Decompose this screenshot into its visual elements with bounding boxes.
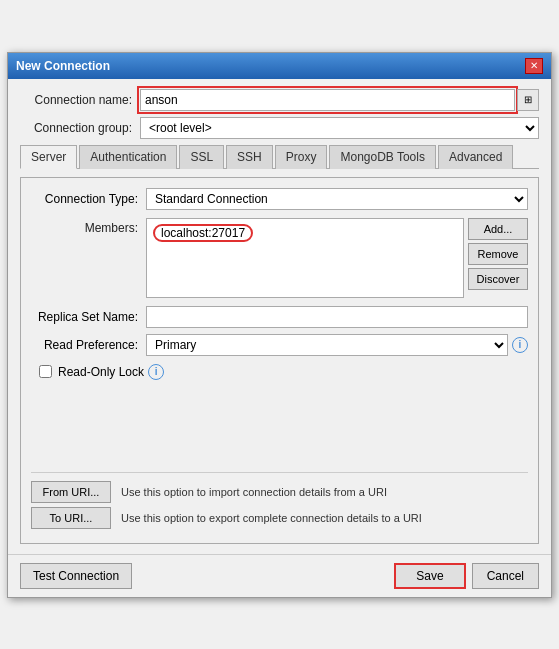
from-uri-button[interactable]: From URI...: [31, 481, 111, 503]
connection-type-select[interactable]: Standard Connection: [146, 188, 528, 210]
tab-server[interactable]: Server: [20, 145, 77, 169]
tab-ssl[interactable]: SSL: [179, 145, 224, 169]
connection-name-icon-btn[interactable]: ⊞: [517, 89, 539, 111]
close-button[interactable]: ✕: [525, 58, 543, 74]
members-list[interactable]: localhost:27017: [146, 218, 464, 298]
read-preference-select[interactable]: Primary Primary Preferred Secondary Seco…: [146, 334, 508, 356]
read-preference-info-icon[interactable]: i: [512, 337, 528, 353]
new-connection-window: New Connection ✕ Connection name: ⊞ Conn…: [7, 52, 552, 598]
tab-ssh[interactable]: SSH: [226, 145, 273, 169]
members-row: Members: localhost:27017 Add... Remove D…: [31, 218, 528, 298]
read-preference-label: Read Preference:: [31, 338, 146, 352]
cancel-button[interactable]: Cancel: [472, 563, 539, 589]
readonly-label: Read-Only Lock: [58, 365, 144, 379]
from-uri-description: Use this option to import connection det…: [121, 486, 387, 498]
title-bar: New Connection ✕: [8, 53, 551, 79]
members-buttons: Add... Remove Discover: [468, 218, 528, 298]
tab-authentication[interactable]: Authentication: [79, 145, 177, 169]
member-value: localhost:27017: [153, 224, 253, 242]
title-bar-controls: ✕: [525, 58, 543, 74]
read-preference-row: Read Preference: Primary Primary Preferr…: [31, 334, 528, 356]
readonly-info-icon[interactable]: i: [148, 364, 164, 380]
tab-proxy[interactable]: Proxy: [275, 145, 328, 169]
remove-button[interactable]: Remove: [468, 243, 528, 265]
save-button[interactable]: Save: [394, 563, 465, 589]
connection-name-input[interactable]: [140, 89, 515, 111]
connection-name-label: Connection name:: [20, 93, 140, 107]
members-label: Members:: [31, 218, 146, 235]
server-panel: Connection Type: Standard Connection Mem…: [20, 177, 539, 544]
to-uri-description: Use this option to export complete conne…: [121, 512, 422, 524]
connection-group-select[interactable]: <root level>: [140, 117, 539, 139]
bottom-bar: Test Connection Save Cancel: [8, 554, 551, 597]
connection-group-label: Connection group:: [20, 121, 140, 135]
replica-set-row: Replica Set Name:: [31, 306, 528, 328]
tab-advanced[interactable]: Advanced: [438, 145, 513, 169]
uri-section: From URI... Use this option to import co…: [31, 472, 528, 529]
window-title: New Connection: [16, 59, 110, 73]
members-area: localhost:27017 Add... Remove Discover: [146, 218, 528, 298]
replica-set-label: Replica Set Name:: [31, 310, 146, 324]
spacer: [31, 384, 528, 464]
add-button[interactable]: Add...: [468, 218, 528, 240]
connection-type-label: Connection Type:: [31, 192, 146, 206]
to-uri-row: To URI... Use this option to export comp…: [31, 507, 528, 529]
to-uri-button[interactable]: To URI...: [31, 507, 111, 529]
test-connection-button[interactable]: Test Connection: [20, 563, 132, 589]
window-body: Connection name: ⊞ Connection group: <ro…: [8, 79, 551, 554]
readonly-checkbox[interactable]: [39, 365, 52, 378]
connection-group-row: Connection group: <root level>: [20, 117, 539, 139]
readonly-row: Read-Only Lock i: [31, 364, 528, 380]
member-item: localhost:27017: [151, 223, 459, 243]
from-uri-row: From URI... Use this option to import co…: [31, 481, 528, 503]
discover-button[interactable]: Discover: [468, 268, 528, 290]
tab-mongodb-tools[interactable]: MongoDB Tools: [329, 145, 436, 169]
right-buttons: Save Cancel: [394, 563, 539, 589]
connection-type-row: Connection Type: Standard Connection: [31, 188, 528, 210]
tab-bar: Server Authentication SSL SSH Proxy Mong…: [20, 145, 539, 169]
connection-name-row: Connection name: ⊞: [20, 89, 539, 111]
replica-set-input[interactable]: [146, 306, 528, 328]
